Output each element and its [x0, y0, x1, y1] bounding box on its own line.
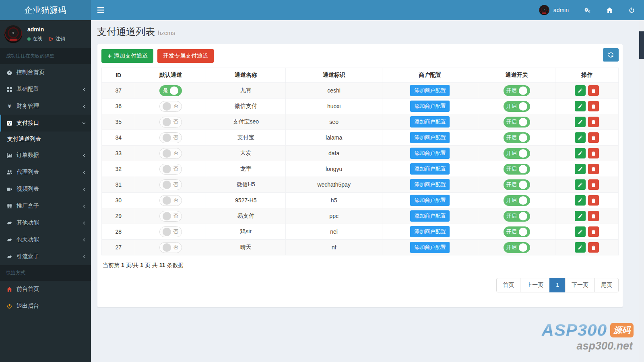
- add-merchant-config-button[interactable]: 添加商户配置: [410, 132, 450, 143]
- sidebar-section-header: 成功往往在失败的隔壁: [0, 48, 91, 64]
- default-channel-toggle[interactable]: 否: [159, 195, 182, 206]
- default-channel-toggle[interactable]: 否: [159, 226, 182, 237]
- delete-button[interactable]: [588, 195, 599, 206]
- channel-switch-toggle[interactable]: 开启: [504, 195, 530, 206]
- channel-switch-toggle[interactable]: 开启: [504, 242, 530, 253]
- add-merchant-config-button[interactable]: 添加商户配置: [410, 101, 450, 112]
- sidebar-item-frontend-home[interactable]: 前台首页: [0, 281, 91, 298]
- add-merchant-config-button[interactable]: 添加商户配置: [410, 85, 450, 96]
- dev-exclusive-channel-button[interactable]: 开发专属支付通道: [157, 49, 214, 63]
- channel-switch-toggle[interactable]: 开启: [504, 211, 530, 222]
- sidebar-item-basic-config[interactable]: 基础配置: [0, 81, 91, 98]
- channel-switch-toggle[interactable]: 开启: [504, 101, 530, 112]
- delete-button[interactable]: [588, 179, 599, 190]
- add-merchant-config-button[interactable]: 添加商户配置: [410, 210, 450, 222]
- pagination-prev[interactable]: 上一页: [520, 278, 550, 292]
- asp300-watermark: ASP300 源码 asp300.net: [542, 322, 634, 352]
- delete-button[interactable]: [588, 242, 599, 253]
- navbar-right: admin: [539, 5, 644, 15]
- delete-button[interactable]: [588, 85, 599, 96]
- pagination-wrap: 首页上一页1下一页尾页: [101, 278, 619, 292]
- navbar-user-menu[interactable]: admin: [539, 5, 569, 15]
- channel-switch-toggle[interactable]: 开启: [504, 117, 530, 128]
- sidebar-item-dashboard[interactable]: 控制台首页: [0, 64, 91, 81]
- edit-button[interactable]: [575, 179, 586, 190]
- edit-button[interactable]: [575, 226, 586, 237]
- chevron-left-icon: [82, 238, 86, 242]
- sidebar-item-order-data[interactable]: 订单数据: [0, 147, 91, 164]
- add-merchant-config-button[interactable]: 添加商户配置: [410, 226, 450, 237]
- channel-switch-toggle[interactable]: 开启: [504, 226, 530, 237]
- add-channel-button[interactable]: 添加支付通道: [101, 49, 153, 63]
- sidebar-item-finance[interactable]: ¥财务管理: [0, 98, 91, 115]
- cell-channel-switch: 开启: [478, 99, 555, 114]
- sidebar-item-other-functions[interactable]: 其他功能: [0, 214, 91, 231]
- cell-default: 否: [135, 161, 206, 177]
- refresh-button[interactable]: [603, 48, 619, 62]
- delete-button[interactable]: [588, 211, 599, 221]
- edit-button[interactable]: [575, 164, 586, 174]
- pagination-page-1[interactable]: 1: [549, 278, 566, 292]
- edit-button[interactable]: [575, 132, 586, 143]
- default-channel-toggle[interactable]: 否: [159, 164, 182, 175]
- add-merchant-config-button[interactable]: 添加商户配置: [410, 163, 450, 175]
- scrollbar-thumb[interactable]: [639, 31, 644, 59]
- scrollbar[interactable]: [639, 20, 644, 362]
- default-channel-toggle[interactable]: 否: [159, 242, 182, 253]
- edit-button[interactable]: [575, 195, 586, 206]
- add-merchant-config-button[interactable]: 添加商户配置: [410, 242, 450, 253]
- pagination-first[interactable]: 首页: [496, 278, 520, 292]
- default-channel-toggle[interactable]: 否: [159, 132, 182, 143]
- sidebar-item-promo-box[interactable]: 推广盒子: [0, 197, 91, 214]
- channel-switch-toggle[interactable]: 开启: [504, 85, 530, 96]
- logout-link[interactable]: 注销: [49, 35, 65, 42]
- edit-button[interactable]: [575, 85, 586, 96]
- sidebar-item-video-list[interactable]: 视频列表: [0, 181, 91, 197]
- default-channel-toggle[interactable]: 否: [159, 148, 182, 159]
- sidebar-subitem-payment-channel-list[interactable]: 支付通道列表: [0, 132, 91, 147]
- column-header-6: 操作: [555, 68, 619, 83]
- pagination-last[interactable]: 尾页: [594, 278, 619, 292]
- retweet-icon: [6, 220, 13, 226]
- channel-switch-toggle[interactable]: 开启: [504, 132, 530, 143]
- edit-button[interactable]: [575, 148, 586, 158]
- delete-button[interactable]: [588, 117, 599, 127]
- add-merchant-config-button[interactable]: 添加商户配置: [410, 148, 450, 159]
- add-merchant-config-button[interactable]: 添加商户配置: [410, 179, 450, 190]
- channel-switch-toggle[interactable]: 开启: [504, 164, 530, 175]
- channel-switch-toggle[interactable]: 开启: [504, 148, 530, 159]
- sidebar-item-traffic-box[interactable]: 引流盒子: [0, 248, 91, 265]
- delete-button[interactable]: [588, 132, 599, 143]
- add-merchant-config-button[interactable]: 添加商户配置: [410, 116, 450, 128]
- delete-button[interactable]: [588, 164, 599, 174]
- cell-merchant-config: 添加商户配置: [382, 208, 478, 224]
- delete-button[interactable]: [588, 148, 599, 158]
- default-channel-toggle[interactable]: 否: [159, 211, 182, 222]
- edit-button[interactable]: [575, 101, 586, 111]
- edit-button[interactable]: [575, 211, 586, 221]
- default-channel-toggle[interactable]: 否: [159, 117, 182, 128]
- sidebar-item-exit-backend[interactable]: 退出后台: [0, 298, 91, 315]
- default-channel-toggle[interactable]: 是: [159, 85, 182, 96]
- delete-button[interactable]: [588, 101, 599, 111]
- power-icon[interactable]: [628, 7, 635, 14]
- sidebar-toggle-button[interactable]: [91, 0, 110, 20]
- column-header-0: ID: [102, 68, 135, 83]
- cell-channel-name: 鸡sir: [206, 224, 286, 240]
- sidebar-item-payment-api[interactable]: V支付接口: [0, 115, 91, 132]
- home-icon[interactable]: [606, 7, 613, 14]
- sidebar-item-agent-list[interactable]: 代理列表: [0, 164, 91, 181]
- channel-switch-toggle[interactable]: 开启: [504, 179, 530, 190]
- brand-logo[interactable]: 企业猫源码: [0, 0, 91, 20]
- cell-merchant-config: 添加商户配置: [382, 83, 478, 99]
- default-channel-toggle[interactable]: 否: [159, 101, 182, 112]
- add-merchant-config-button[interactable]: 添加商户配置: [410, 195, 450, 206]
- edit-button[interactable]: [575, 117, 586, 127]
- delete-button[interactable]: [588, 226, 599, 237]
- edit-button[interactable]: [575, 242, 586, 253]
- sidebar-item-daypass-functions[interactable]: 包天功能: [0, 231, 91, 248]
- settings-gears-icon[interactable]: [584, 7, 591, 14]
- pagination-next[interactable]: 下一页: [565, 278, 595, 292]
- default-channel-toggle[interactable]: 否: [159, 179, 182, 190]
- retweet-icon: [6, 254, 13, 260]
